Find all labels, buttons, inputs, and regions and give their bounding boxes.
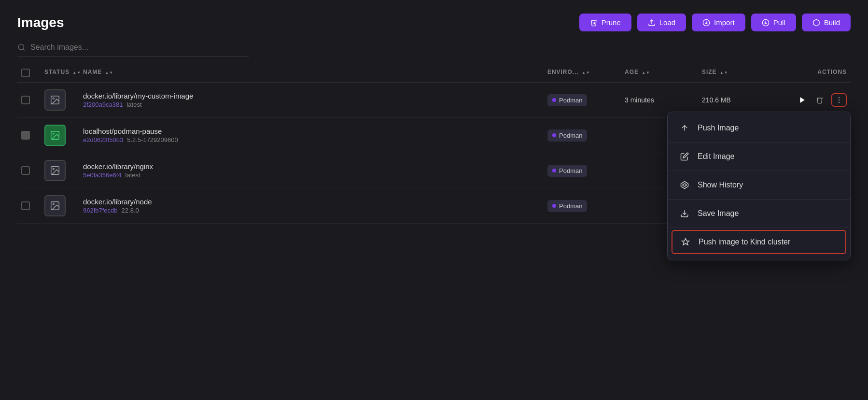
row0-status <box>44 89 83 111</box>
row2-icon <box>44 160 66 181</box>
pull-icon <box>762 19 770 27</box>
env-dot <box>552 169 556 172</box>
row1-env-badge: Podman <box>547 129 587 142</box>
row1-id: e2d0623f50b3 <box>83 136 123 143</box>
search-input[interactable] <box>30 43 249 52</box>
table-header: STATUS ▲▼ NAME ▲▼ ENVIRO... ▲▼ AGE ▲▼ SI… <box>17 69 851 83</box>
build-label: Build <box>824 18 840 27</box>
col-age: AGE ▲▼ <box>625 69 702 77</box>
row0-size: 210.6 MB <box>702 96 779 104</box>
dropdown-kind-label: Push image to Kind cluster <box>699 238 790 246</box>
env-dot <box>552 98 556 102</box>
row2-checkbox[interactable] <box>21 166 30 175</box>
col-env: ENVIRO... ▲▼ <box>547 69 625 77</box>
row0-checkbox[interactable] <box>21 96 30 104</box>
row1-name-block: localhost/podman-pause e2d0623f50b3 5.2.… <box>83 127 547 143</box>
row3-name: docker.io/library/node <box>83 198 547 206</box>
pull-label: Pull <box>773 18 785 27</box>
name-sort[interactable]: ▲▼ <box>105 71 113 75</box>
svg-marker-14 <box>681 182 688 189</box>
build-button[interactable]: Build <box>802 14 851 31</box>
row0-more-button[interactable] <box>831 93 847 107</box>
row1-status <box>44 125 83 146</box>
page-header: Images Prune Load Import Pull Build <box>17 14 851 31</box>
col-size: SIZE ▲▼ <box>702 69 779 77</box>
edit-icon <box>679 152 690 161</box>
select-all-checkbox[interactable] <box>21 69 30 77</box>
divider4 <box>668 228 850 228</box>
row2-checkbox-col <box>21 166 44 175</box>
svg-point-8 <box>53 98 54 99</box>
row3-checkbox[interactable] <box>21 201 30 210</box>
import-label: Import <box>714 18 735 27</box>
kind-icon <box>680 238 691 246</box>
header-buttons: Prune Load Import Pull Build <box>579 14 851 31</box>
row0-id: 2f200a9ca381 <box>83 101 123 108</box>
prune-label: Prune <box>602 18 621 27</box>
image-icon <box>50 95 60 105</box>
dropdown-edit-image[interactable]: Edit Image <box>668 144 850 169</box>
history-icon <box>679 181 690 189</box>
row1-checkbox[interactable] <box>21 131 30 140</box>
svg-point-30 <box>53 203 54 205</box>
image-icon <box>50 130 60 141</box>
svg-point-18 <box>53 133 54 134</box>
row2-status <box>44 160 83 181</box>
import-button[interactable]: Import <box>692 14 745 31</box>
context-dropdown: Push Image Edit Image Show History <box>667 112 851 260</box>
row2-env-badge: Podman <box>547 165 587 177</box>
load-label: Load <box>659 18 675 27</box>
load-button[interactable]: Load <box>637 14 686 31</box>
image-icon <box>50 165 60 176</box>
row3-icon <box>44 195 66 216</box>
search-icon <box>17 43 26 52</box>
dropdown-push-image[interactable]: Push Image <box>668 116 850 140</box>
row2-id: 5e0fa356e6f4 <box>83 171 122 179</box>
dropdown-save-image[interactable]: Save Image <box>668 201 850 226</box>
row0-delete-button[interactable] <box>814 94 826 106</box>
import-icon <box>702 19 710 27</box>
col-actions: ACTIONS <box>779 69 847 77</box>
svg-point-11 <box>839 100 840 100</box>
svg-point-12 <box>839 102 840 103</box>
svg-line-6 <box>23 49 25 50</box>
row1-icon <box>44 125 66 146</box>
dropdown-push-kind[interactable]: Push image to Kind cluster <box>672 230 846 254</box>
dropdown-show-history[interactable]: Show History <box>668 173 850 197</box>
row0-checkbox-col <box>21 96 44 104</box>
row1-meta: e2d0623f50b3 5.2.5-1729209600 <box>83 136 547 143</box>
row2-tag: latest <box>126 171 140 179</box>
row0-env-badge: Podman <box>547 94 587 106</box>
save-icon <box>679 209 690 218</box>
pull-button[interactable]: Pull <box>751 14 796 31</box>
age-sort[interactable]: ▲▼ <box>642 71 650 75</box>
images-table: STATUS ▲▼ NAME ▲▼ ENVIRO... ▲▼ AGE ▲▼ SI… <box>17 69 851 224</box>
dropdown-edit-label: Edit Image <box>698 152 734 161</box>
env-dot <box>552 133 556 137</box>
row3-tag: 22.8.0 <box>122 207 139 214</box>
page-title: Images <box>17 15 64 30</box>
trash-icon <box>590 19 598 27</box>
dropdown-history-label: Show History <box>698 181 743 189</box>
row0-env-label: Podman <box>559 97 582 104</box>
table-row: docker.io/library/my-custom-image 2f200a… <box>17 83 851 118</box>
row1-env-label: Podman <box>559 132 582 139</box>
header-checkbox-col <box>21 69 44 77</box>
env-sort[interactable]: ▲▼ <box>582 71 590 75</box>
row2-name: docker.io/library/nginx <box>83 162 547 171</box>
dropdown-push-label: Push Image <box>698 124 739 132</box>
row3-env-label: Podman <box>559 202 582 210</box>
row0-name-block: docker.io/library/my-custom-image 2f200a… <box>83 92 547 108</box>
image-icon <box>50 200 60 211</box>
size-sort[interactable]: ▲▼ <box>720 71 728 75</box>
page-container: Images Prune Load Import Pull Build <box>0 0 868 237</box>
status-sort[interactable]: ▲▼ <box>72 71 81 75</box>
row3-meta: 962fb7fecdb 22.8.0 <box>83 207 547 214</box>
row0-run-button[interactable] <box>797 94 808 106</box>
row3-status <box>44 195 83 216</box>
row2-env: Podman <box>547 165 625 177</box>
prune-button[interactable]: Prune <box>579 14 631 31</box>
push-icon <box>679 124 690 132</box>
row0-age: 3 minutes <box>625 96 702 104</box>
search-bar <box>17 43 249 57</box>
